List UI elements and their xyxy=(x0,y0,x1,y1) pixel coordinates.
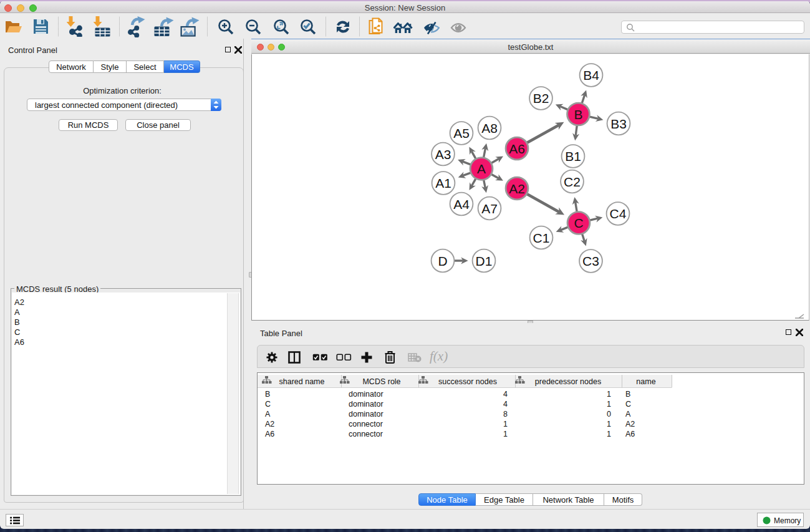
svg-text:A: A xyxy=(265,410,271,418)
svg-text:B2: B2 xyxy=(533,91,549,105)
svg-text:0: 0 xyxy=(607,410,611,418)
svg-text:1: 1 xyxy=(607,430,611,438)
svg-text:8: 8 xyxy=(503,410,508,418)
svg-text:1: 1 xyxy=(503,430,508,438)
svg-text:4: 4 xyxy=(503,390,508,399)
svg-text:C3: C3 xyxy=(582,254,599,268)
svg-text:C: C xyxy=(625,400,631,409)
svg-text:shared name: shared name xyxy=(279,377,325,386)
svg-text:B: B xyxy=(574,107,582,122)
svg-text:A5: A5 xyxy=(453,126,470,140)
svg-text:connector: connector xyxy=(349,430,383,438)
svg-text:1: 1 xyxy=(607,390,611,399)
svg-text:A2: A2 xyxy=(509,181,525,196)
svg-text:A3: A3 xyxy=(435,147,451,162)
svg-text:B: B xyxy=(265,390,270,399)
svg-text:A: A xyxy=(625,410,631,418)
svg-text:A6: A6 xyxy=(625,430,635,438)
svg-text:C4: C4 xyxy=(610,206,627,221)
svg-text:C: C xyxy=(574,216,583,230)
svg-text:C1: C1 xyxy=(533,231,550,245)
svg-text:A1: A1 xyxy=(435,176,451,190)
svg-text:name: name xyxy=(636,377,655,386)
svg-text:dominator: dominator xyxy=(349,410,383,418)
svg-text:dominator: dominator xyxy=(349,390,383,399)
svg-text:1: 1 xyxy=(607,400,611,409)
svg-text:D1: D1 xyxy=(476,254,493,268)
svg-text:C2: C2 xyxy=(564,175,581,189)
svg-text:A8: A8 xyxy=(481,121,498,135)
svg-text:B4: B4 xyxy=(583,68,599,82)
svg-text:A4: A4 xyxy=(453,197,470,211)
svg-text:1: 1 xyxy=(503,420,508,428)
svg-text:C: C xyxy=(265,400,271,409)
svg-text:connector: connector xyxy=(349,420,383,428)
svg-text:A2: A2 xyxy=(625,420,635,428)
svg-text:1: 1 xyxy=(607,420,611,428)
svg-text:B3: B3 xyxy=(610,117,627,131)
svg-text:predecessor nodes: predecessor nodes xyxy=(535,377,601,386)
svg-text:B: B xyxy=(625,390,630,399)
svg-text:4: 4 xyxy=(503,400,508,409)
svg-text:A7: A7 xyxy=(481,201,498,216)
svg-text:successor nodes: successor nodes xyxy=(438,377,497,386)
svg-text:A6: A6 xyxy=(265,430,274,438)
svg-text:dominator: dominator xyxy=(349,400,383,409)
svg-text:A2: A2 xyxy=(265,420,274,428)
svg-text:B1: B1 xyxy=(565,149,581,163)
svg-text:MCDS role: MCDS role xyxy=(362,377,400,386)
svg-text:D: D xyxy=(438,254,447,268)
svg-text:A6: A6 xyxy=(509,142,525,156)
svg-text:A: A xyxy=(477,162,486,176)
